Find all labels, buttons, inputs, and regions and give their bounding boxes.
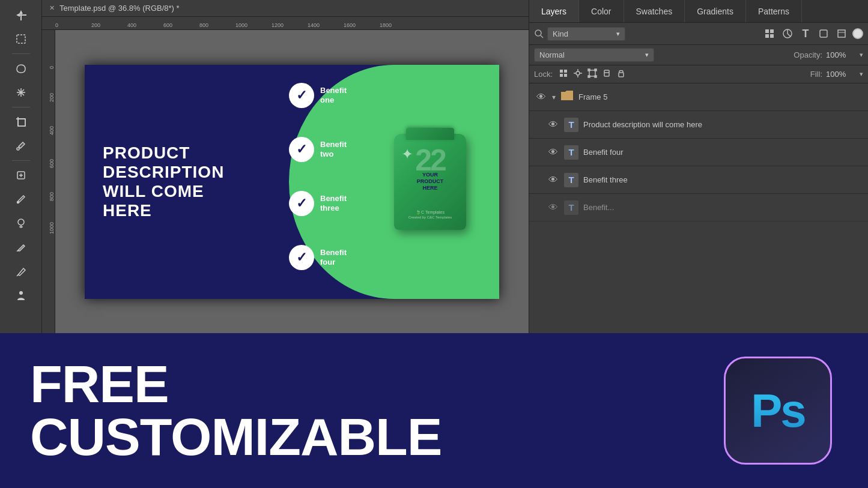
- ruler-mark: 1800: [380, 22, 416, 28]
- checkmark-icon-1: ✓: [289, 83, 314, 108]
- brush-tool[interactable]: [10, 188, 32, 211]
- bag-logo: 🍃C TemplatesCreated by C&C Templates: [408, 210, 452, 219]
- ruler-top: 0 200 400 600 800 1000 1200 1400 1600 18…: [42, 17, 529, 30]
- lock-all-icon[interactable]: [616, 68, 626, 80]
- filter-adjustment-icon[interactable]: [780, 26, 795, 41]
- layer-visibility-eye[interactable]: 👁: [547, 147, 559, 158]
- layer-visibility-eye[interactable]: 👁: [547, 202, 559, 213]
- benefit-three-text: Benefitthree: [320, 194, 347, 212]
- layer-item-benefit-three[interactable]: 👁 T Benefit three: [529, 166, 868, 194]
- marquee-tool[interactable]: [10, 28, 32, 50]
- benefit-item-2: ✓ Benefittwo: [289, 137, 347, 162]
- svg-point-14: [17, 202, 19, 203]
- filter-shape-icon[interactable]: [816, 26, 831, 41]
- pen-tool[interactable]: [10, 260, 32, 283]
- lock-position-icon[interactable]: [573, 68, 583, 80]
- canvas-area: ✕ Template.psd @ 36.8% (RGB/8*) * 0 200 …: [42, 0, 529, 333]
- ruler-left-mark: 0: [49, 36, 55, 69]
- toolbar-divider-2: [12, 107, 30, 107]
- tab-color[interactable]: Color: [579, 0, 624, 22]
- svg-rect-2: [17, 35, 25, 43]
- tab-layers[interactable]: Layers: [529, 0, 579, 22]
- toolbar-divider: [12, 53, 30, 54]
- layer-visibility-eye[interactable]: 👁: [547, 175, 559, 185]
- filter-text-icon[interactable]: T: [798, 26, 813, 41]
- layer-expand-arrow[interactable]: ▾: [552, 93, 556, 101]
- filter-smart-icon[interactable]: [834, 26, 849, 41]
- person-tool[interactable]: [10, 284, 32, 307]
- filter-pixel-icon[interactable]: [762, 26, 777, 41]
- benefit-two-text: Benefittwo: [320, 140, 347, 158]
- fill-row: Fill: ▾: [810, 70, 863, 79]
- ruler-left-mark: 600: [49, 135, 55, 168]
- search-icon: [534, 29, 544, 38]
- right-panel: Layers Color Swatches Gradients Patterns…: [529, 0, 868, 333]
- svg-point-17: [535, 30, 541, 36]
- clone-stamp-tool[interactable]: [10, 212, 32, 235]
- ruler-mark: 1000: [235, 22, 272, 28]
- layer-item-benefit-four[interactable]: 👁 T Benefit four: [529, 139, 868, 166]
- svg-rect-7: [18, 119, 25, 126]
- filter-toggle-circle[interactable]: [852, 28, 863, 39]
- chevron-down-icon: ▾: [616, 30, 620, 38]
- ruler-left-mark: 800: [49, 168, 55, 201]
- kind-filter-select[interactable]: Kind ▾: [547, 27, 625, 41]
- benefit-one-text: Benefitone: [320, 86, 347, 104]
- layer-item-benefit-partial[interactable]: 👁 T Benefit...: [529, 194, 868, 221]
- tab-patterns[interactable]: Patterns: [746, 0, 802, 22]
- layer-filter-row: Kind ▾ T: [529, 23, 868, 45]
- product-bag: 22 ✦ YOURPRODUCTHERE 🍃C TemplatesCreated…: [394, 134, 466, 230]
- layer-name-benefit-three: Benefit three: [583, 175, 862, 184]
- healing-tool[interactable]: [10, 164, 32, 187]
- svg-rect-43: [619, 73, 624, 77]
- crop-tool[interactable]: [10, 110, 32, 133]
- ruler-left-mark: 400: [49, 102, 55, 135]
- ruler-left: 0 200 400 600 800 1000: [42, 30, 55, 333]
- benefit-list: ✓ Benefitone ✓ Benefittwo ✓ Benefitthree: [289, 83, 347, 270]
- svg-rect-22: [770, 34, 774, 38]
- svg-rect-37: [588, 69, 590, 71]
- lock-transform-icon[interactable]: [587, 68, 597, 80]
- blend-mode-select[interactable]: Normal ▾: [534, 48, 654, 62]
- bag-shape: 22 ✦ YOURPRODUCTHERE 🍃C TemplatesCreated…: [394, 134, 466, 230]
- layer-item-frame5[interactable]: 👁 ▾ Frame 5: [529, 83, 868, 111]
- layer-name-benefit-four: Benefit four: [583, 148, 862, 157]
- ruler-mark: 400: [127, 22, 163, 28]
- opacity-input[interactable]: [826, 50, 856, 59]
- left-toolbar: [0, 0, 42, 333]
- lock-artboards-icon[interactable]: [602, 68, 612, 80]
- filename-bar: ✕ Template.psd @ 36.8% (RGB/8*) *: [42, 0, 529, 17]
- layer-item-product-desc[interactable]: 👁 T Product description will come here: [529, 111, 868, 139]
- toolbar-divider-3: [12, 160, 30, 161]
- promo-line2: CUSTOMIZABLE: [30, 407, 442, 466]
- svg-rect-25: [838, 30, 845, 37]
- magic-wand-tool[interactable]: [10, 81, 32, 104]
- opacity-label: Opacity:: [794, 50, 822, 59]
- layer-name-benefit-partial: Benefit...: [583, 203, 862, 212]
- layer-visibility-eye[interactable]: 👁: [547, 119, 559, 130]
- ruler-mark: 1200: [272, 22, 308, 28]
- svg-point-16: [19, 291, 23, 295]
- eraser-tool[interactable]: [10, 236, 32, 259]
- ruler-mark: 1600: [344, 22, 380, 28]
- fill-input[interactable]: [826, 70, 856, 79]
- opacity-chevron-icon: ▾: [860, 51, 863, 59]
- layer-visibility-eye[interactable]: 👁: [535, 92, 547, 103]
- lock-pixels-icon[interactable]: [559, 68, 568, 80]
- ruler-marks-top: 0 200 400 600 800 1000 1200 1400 1600 18…: [55, 17, 416, 29]
- eyedropper-tool[interactable]: [10, 134, 32, 157]
- tab-swatches[interactable]: Swatches: [624, 0, 685, 22]
- svg-point-31: [576, 71, 580, 75]
- close-tab-btn[interactable]: ✕: [49, 4, 55, 12]
- tab-gradients[interactable]: Gradients: [685, 0, 746, 22]
- ps-logo: Ps: [724, 357, 832, 465]
- svg-rect-21: [765, 34, 769, 38]
- lasso-tool[interactable]: [10, 57, 32, 80]
- canvas-content[interactable]: PRODUCTDESCRIPTIONWILL COMEHERE ✓ Benefi…: [55, 30, 529, 333]
- bag-star: ✦: [401, 146, 413, 163]
- benefit-item-4: ✓ Benefitfour: [289, 245, 347, 270]
- move-tool[interactable]: [10, 4, 32, 26]
- ruler-mark: 600: [163, 22, 199, 28]
- svg-point-10: [17, 148, 19, 150]
- checkmark-icon-3: ✓: [289, 191, 314, 216]
